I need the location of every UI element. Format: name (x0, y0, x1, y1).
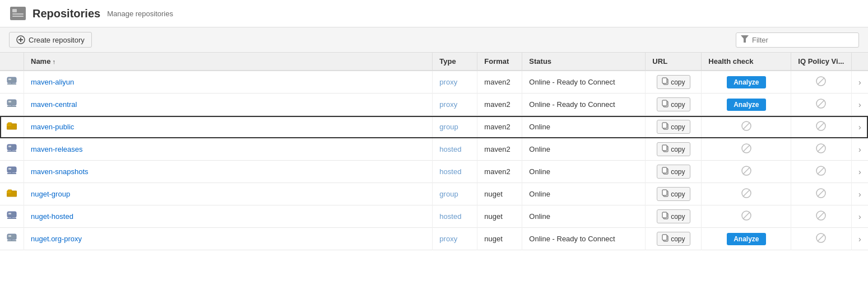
hosted-repo-icon (7, 144, 17, 153)
svg-rect-9 (8, 78, 11, 80)
format-cell: maven2 (477, 116, 522, 138)
col-url-header[interactable]: URL (646, 53, 702, 71)
chevron-right-icon[interactable]: › (858, 123, 861, 132)
col-type-header[interactable]: Type (433, 53, 477, 71)
status-cell: Online (522, 183, 646, 205)
filter-icon (741, 35, 749, 45)
health-cell (702, 205, 791, 228)
chevron-right-icon[interactable]: › (858, 212, 861, 221)
page-title: Repositories (33, 7, 100, 20)
table-row[interactable]: maven-releases hosted maven2 Online copy (0, 138, 868, 161)
svg-rect-63 (8, 213, 11, 214)
copy-icon (662, 100, 669, 109)
name-cell: nuget-group (24, 183, 433, 205)
repo-name-link[interactable]: maven-central (31, 101, 77, 109)
row-expand-cell[interactable]: › (851, 138, 868, 161)
table-row[interactable]: nuget-group group nuget Online copy › (0, 183, 868, 205)
repo-name-link[interactable]: nuget-hosted (31, 213, 73, 221)
col-format-header[interactable]: Format (477, 53, 522, 71)
table-row[interactable]: maven-snapshots hosted maven2 Online cop… (0, 161, 868, 183)
svg-line-15 (818, 78, 824, 85)
icon-cell (0, 71, 24, 93)
icon-cell (0, 228, 24, 250)
table-row[interactable]: maven-aliyun proxy maven2 Online - Ready… (0, 71, 868, 93)
copy-icon (662, 144, 669, 154)
type-cell: group (433, 116, 477, 138)
filter-box[interactable] (736, 32, 859, 48)
copy-url-button[interactable]: copy (657, 165, 690, 179)
svg-rect-16 (7, 100, 16, 105)
copy-url-button[interactable]: copy (657, 187, 690, 201)
status-cell: Online (522, 116, 646, 138)
disabled-icon (741, 166, 751, 176)
copy-url-button[interactable]: copy (657, 232, 690, 246)
col-iq-header[interactable]: IQ Policy Vi... (791, 53, 851, 71)
url-cell: copy (646, 183, 702, 205)
table-row[interactable]: maven-public group maven2 Online copy (0, 116, 868, 138)
svg-line-40 (743, 145, 750, 152)
repo-name-link[interactable]: maven-public (31, 123, 74, 132)
repo-name-link[interactable]: nuget-group (31, 190, 70, 199)
chevron-right-icon[interactable]: › (858, 167, 861, 176)
iq-cell (791, 183, 851, 205)
row-expand-cell[interactable]: › (851, 228, 868, 250)
url-cell: copy (646, 71, 702, 93)
row-expand-cell[interactable]: › (851, 93, 868, 116)
copy-url-button[interactable]: copy (657, 142, 690, 156)
svg-line-32 (818, 123, 824, 129)
svg-line-52 (818, 167, 824, 174)
copy-url-button[interactable]: copy (657, 75, 690, 89)
copy-icon (662, 77, 669, 87)
chevron-right-icon[interactable]: › (858, 100, 861, 109)
row-expand-cell[interactable]: › (851, 183, 868, 205)
proxy-repo-icon (7, 99, 17, 108)
chevron-right-icon[interactable]: › (858, 78, 861, 87)
col-arrow-header (851, 53, 868, 71)
repo-name-link[interactable]: maven-snapshots (31, 168, 89, 176)
filter-input[interactable] (752, 36, 854, 44)
svg-line-79 (818, 235, 824, 241)
svg-line-61 (818, 190, 824, 197)
col-status-header[interactable]: Status (522, 53, 646, 71)
name-cell: maven-aliyun (24, 71, 433, 93)
health-cell (702, 161, 791, 183)
repo-name-link[interactable]: nuget.org-proxy (31, 235, 82, 244)
row-expand-cell[interactable]: › (851, 205, 868, 228)
row-expand-cell[interactable]: › (851, 71, 868, 93)
icon-cell (0, 93, 24, 116)
type-cell: proxy (433, 71, 477, 93)
chevron-right-icon[interactable]: › (858, 145, 861, 154)
create-repository-button[interactable]: Create repository (9, 32, 92, 48)
row-expand-cell[interactable]: › (851, 116, 868, 138)
disabled-icon (741, 121, 751, 131)
repo-name-link[interactable]: maven-releases (31, 146, 83, 154)
format-cell: maven2 (477, 93, 522, 116)
copy-url-button[interactable]: copy (657, 120, 690, 134)
row-expand-cell[interactable]: › (851, 161, 868, 183)
chevron-right-icon[interactable]: › (858, 235, 861, 244)
analyze-button[interactable]: Analyze (727, 76, 765, 88)
icon-cell (0, 161, 24, 183)
analyze-button[interactable]: Analyze (727, 233, 765, 245)
repo-name-link[interactable]: maven-aliyun (31, 78, 74, 87)
chevron-right-icon[interactable]: › (858, 190, 861, 199)
col-health-header[interactable]: Health check (702, 53, 791, 71)
svg-rect-33 (7, 144, 16, 150)
format-cell: nuget (477, 205, 522, 228)
svg-rect-77 (662, 235, 667, 240)
table-row[interactable]: nuget.org-proxy proxy nuget Online - Rea… (0, 228, 868, 250)
table-row[interactable]: nuget-hosted hosted nuget Online copy (0, 205, 868, 228)
copy-url-button[interactable]: copy (657, 209, 690, 223)
table-row[interactable]: maven-central proxy maven2 Online - Read… (0, 93, 868, 116)
col-name-header[interactable]: Name (24, 53, 433, 71)
repositories-icon (9, 4, 27, 22)
analyze-button[interactable]: Analyze (727, 99, 765, 111)
url-cell: copy (646, 93, 702, 116)
svg-line-50 (743, 167, 750, 174)
col-icon-header (0, 53, 24, 71)
copy-url-button[interactable]: copy (657, 97, 690, 111)
icon-cell (0, 138, 24, 161)
copy-icon (662, 122, 669, 132)
svg-rect-43 (7, 167, 16, 172)
svg-rect-34 (8, 146, 11, 147)
